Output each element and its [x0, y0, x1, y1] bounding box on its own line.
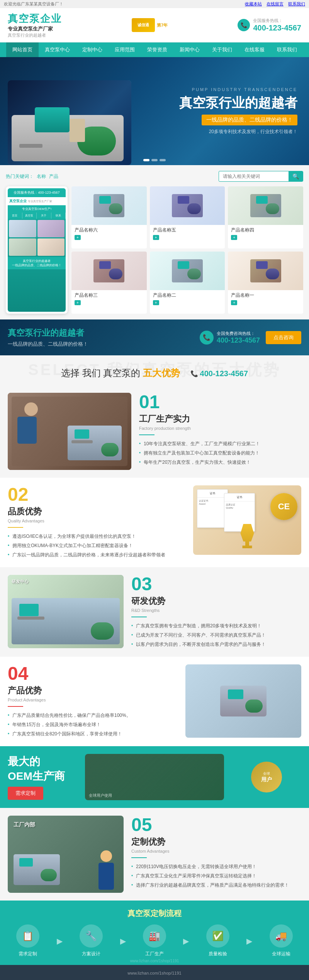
tag-product[interactable]: 产品	[49, 173, 58, 180]
adv-04-point-1: 广东产品质量结合先格性价比，确保广产品合格率100%。	[8, 711, 178, 720]
process-step-5: 🚚 全球运输	[270, 924, 293, 957]
main-nav: 网站首页 真空泵中心 定制中心 应用范围 荣誉资质 新闻中心 关于我们 在线客服…	[0, 42, 309, 57]
search-input[interactable]	[219, 172, 289, 181]
product-img-3	[71, 252, 147, 290]
step-1-icon: 📋	[16, 924, 39, 948]
factory-image: 工厂内部	[8, 816, 124, 893]
pump-img-5	[172, 194, 203, 217]
adv-04-text: 04 产品优势 Product Advantages 广东产品质量结合先格性价比…	[8, 664, 178, 738]
site-header: 真空泵企业 专业真空泵生产厂家 真空泵行业的超越者 诚信通 第7年 📞 全国服务…	[0, 8, 309, 42]
pump-img-2	[172, 259, 203, 282]
step-3-label: 工厂生产	[143, 951, 166, 957]
nav-honor[interactable]: 荣誉资质	[141, 42, 173, 57]
logo-cn: 真空泵企业 专业真空泵生产厂家 真空泵行业的超越者	[8, 12, 62, 38]
advantage-block-03: 研发中心 03 研发优势 R&D Strengths 广东真空泵拥有专业生产制造…	[0, 567, 309, 657]
search-button[interactable]: 🔍	[289, 171, 303, 181]
product-card-1[interactable]: 产品名称一 +	[228, 252, 303, 314]
step-5-label: 全球运输	[270, 951, 293, 957]
process-steps: 📋 需求定制 ▶ 🔧 方案设计 ▶ 🏭 工厂生产 ▶ ✅ 质量检验 ▶ 🚚 全球…	[8, 924, 301, 957]
product-img-4	[228, 186, 303, 225]
nav-online[interactable]: 在线客服	[238, 42, 271, 57]
nav-news[interactable]: 新闻中心	[173, 42, 206, 57]
product-info-2: 产品名称二 +	[150, 290, 225, 308]
adv-04: 04 产品优势 Product Advantages 广东产品质量结合先格性价比…	[0, 657, 309, 746]
product-img-6	[71, 186, 147, 225]
phone-details: 全国服务热线： 400-123-4567	[253, 18, 301, 32]
step-1-label: 需求定制	[16, 951, 39, 957]
hero-banner: PUMP INDUSTRY TRANSCENDENCE 真空泵行业的超越者 一线…	[0, 57, 309, 165]
footer-copyright: www.lizhan.com/1shop/1191	[8, 971, 301, 975]
product-card-3[interactable]: 产品名称三 +	[71, 252, 147, 314]
consult-button[interactable]: 点击咨询	[266, 331, 301, 344]
adv-01-image	[8, 393, 131, 470]
process-section: 真空泵定制流程 📋 需求定制 ▶ 🔧 方案设计 ▶ 🏭 工厂生产 ▶ ✅ 质量检…	[0, 901, 309, 965]
bottom-banner: 真空泵行业的超越者 一线品牌的品质、二线品牌的价格！ 📞 全国免费咨询热线： 4…	[0, 319, 309, 355]
product-card-5[interactable]: 产品名称五 +	[150, 186, 225, 248]
product-advantages-title: 产品优势	[8, 685, 178, 696]
adv-02-divider	[8, 527, 23, 528]
site-footer: www.lizhan.com/1shop/1191	[0, 965, 309, 980]
hot-tags: 热门关键词： 名称 产品	[6, 173, 58, 180]
oem-title: 最大的OEM生产商	[8, 754, 77, 784]
adv-01-divider	[139, 434, 154, 435]
bottom-banner-left: 真空泵行业的超越者 一线品牌的品质、二线品牌的价格！	[8, 327, 88, 348]
adv-01-point-1: 10年专注真空泵研发、生产，工厂生产规模广行业第二！	[139, 439, 301, 448]
factory-pumps	[14, 854, 60, 885]
banner-text: PUMP INDUSTRY TRANSCENDENCE 真空泵行业的超越者 一线…	[179, 87, 297, 135]
adv-05-list: 220到110V电压切换电压走全，无需转换适全球用户使用！ 广东真空泵工业化生产…	[131, 862, 301, 890]
search-wrap: 🔍	[219, 171, 303, 182]
product-card-4[interactable]: 产品名称四 +	[228, 186, 303, 248]
top-link-collect[interactable]: 收藏本站	[245, 1, 262, 7]
mobile-nav: 首页 真空泵 关于 联系	[8, 213, 66, 219]
adv-02-text: 02 品质优势 Quality Advantages 遵选ISO/IEC各认证，…	[8, 485, 185, 559]
nav-custom[interactable]: 定制中心	[76, 42, 109, 57]
product-card-6[interactable]: 产品名称六 +	[71, 186, 147, 248]
phone-icon: 📞	[238, 19, 250, 31]
oem-custom-button[interactable]: 需求定制	[8, 787, 43, 800]
mobile-logo: 真空泵企业 专业真空泵生产厂家	[8, 197, 66, 205]
pump-img-1	[250, 259, 281, 282]
nav-home[interactable]: 网站首页	[6, 42, 39, 57]
adv-05-point-2: 广东真空泵工业化生产采用零件冲保真空泵运转稳定选择！	[131, 871, 301, 880]
adv-05-divider	[131, 857, 147, 858]
oem-right: 全球 用户	[232, 762, 301, 792]
dot-1[interactable]	[143, 159, 149, 161]
adv-01: 01 工厂生产实力 Factory production strength 10…	[0, 385, 309, 478]
process-step-1: 📋 需求定制	[16, 924, 39, 957]
nav-application[interactable]: 应用范围	[109, 42, 141, 57]
product-img-2	[150, 252, 225, 290]
product-img-5	[150, 186, 225, 225]
adv-04-divider	[8, 706, 23, 707]
top-link-message[interactable]: 在线留言	[267, 1, 284, 7]
adv-01-point-2: 拥有独立生产及包装加工中心加工真空配套设备的能力！	[139, 448, 301, 458]
adv-05-text: 05 定制优势 Custom Advantages 220到110V电压切换电压…	[131, 816, 301, 893]
tag-name[interactable]: 名称	[37, 173, 46, 180]
logo-area: 真空泵企业 专业真空泵生产厂家 真空泵行业的超越者	[8, 12, 62, 38]
product-img-1	[228, 252, 303, 290]
adv-03-point-2: 已成为开发了不同行业、不同客户、不同需求的真空泵系产品！	[131, 630, 301, 640]
dot-2[interactable]	[151, 159, 158, 161]
nav-vacuum[interactable]: 真空泵中心	[39, 42, 76, 57]
adv-03-point-1: 广东真空泵拥有专业生产制造，拥用20多项专利技术及发明！	[131, 621, 301, 630]
mobile-products	[8, 219, 66, 257]
step-2-label: 方案设计	[80, 951, 103, 957]
nav-contact[interactable]: 联系我们	[271, 42, 303, 57]
adv-02-point-3: 广东以一线品牌的品质，二线品牌的价格，未来将逐步行业超越者和带领者	[8, 550, 185, 559]
step-4-icon: ✅	[206, 924, 229, 948]
top-bar-links: 收藏本站 在线留言 联系我们	[245, 1, 305, 7]
adv-03: 研发中心 03 研发优势 R&D Strengths 广东真空泵拥有专业生产制造…	[0, 567, 309, 657]
banner-dots	[143, 159, 166, 161]
advantage-block-01: 01 工厂生产实力 Factory production strength 10…	[0, 385, 309, 478]
advantages-title-section: SELECT 我们真空泵的五大优势 选择 我们 真空泵的 五大优势 📞 400-…	[0, 355, 309, 385]
product-card-2[interactable]: 产品名称二 +	[150, 252, 225, 314]
product-grid: 产品名称六 + 产品名称五 + 产品名称四 +	[71, 186, 303, 314]
dot-3[interactable]	[160, 159, 166, 161]
advantage-block-02: 02 品质优势 Quality Advantages 遵选ISO/IEC各认证，…	[0, 478, 309, 567]
top-link-contact[interactable]: 联系我们	[288, 1, 305, 7]
advantage-block-05: 工厂内部 05 定制优势 Custom Advantages	[0, 808, 309, 901]
nav-about[interactable]: 关于我们	[206, 42, 238, 57]
adv-03-list: 广东真空泵拥有专业生产制造，拥用20多项专利技术及发明！ 已成为开发了不同行业、…	[131, 621, 301, 649]
oem-section: 最大的OEM生产商 需求定制 全球用户使用 全球 用户	[0, 746, 309, 808]
bottom-phone-icon: 📞	[200, 331, 214, 345]
badge-icon: 诚信通	[132, 18, 155, 32]
